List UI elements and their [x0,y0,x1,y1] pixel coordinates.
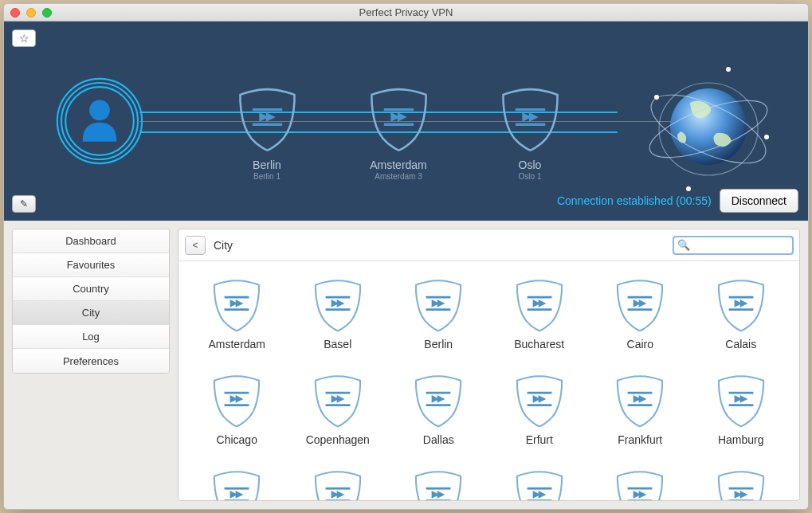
city-calais[interactable]: Calais [694,277,789,366]
city-label: Hamburg [718,433,764,446]
city-grid: AmsterdamBaselBerlinBucharestCairoCalais… [178,261,799,500]
connection-status: Connection established (00:55) [557,194,712,207]
city-label: Dallas [423,433,454,446]
city-label: Calais [725,338,756,350]
svg-point-5 [89,100,110,120]
city-label: Amsterdam [208,338,265,350]
shield-icon [496,85,564,153]
shield-icon [512,277,567,333]
city-label: Erfurt [526,433,553,446]
main-header: < City 🔍 [178,229,799,261]
city-chicago[interactable]: Chicago [190,373,284,462]
hop-3[interactable]: Oslo Oslo 1 [494,85,566,181]
shield-icon [310,373,366,429]
sidebar-item-label: Preferences [63,355,119,367]
disconnect-button[interactable]: Disconnect [720,189,798,213]
sidebar: DashboardFavouritesCountryCityLogPrefere… [12,229,170,374]
city-label: Copenhagen [306,433,370,446]
city-milan[interactable]: Milan [593,468,688,500]
hop-name: Amsterdam [363,159,434,171]
city-label: Chicago [217,433,257,446]
sidebar-item-label: Favourites [67,259,116,271]
city-istanbul[interactable]: Istanbul [190,468,284,500]
svg-point-3 [61,83,138,159]
city-berlin[interactable]: Berlin [391,277,486,366]
hop-2[interactable]: Amsterdam Amsterdam 3 [363,85,434,181]
city-label: Cairo [627,338,653,350]
shield-icon [612,373,668,429]
shield-icon [713,277,769,333]
sidebar-item-preferences[interactable]: Preferences [13,349,169,373]
city-label: Bucharest [514,338,564,350]
globe-icon [641,61,776,197]
city-madrid[interactable]: Madrid [391,468,486,500]
city-copenhagen[interactable]: Copenhagen [291,373,386,462]
city-hamburg[interactable]: Hamburg [694,373,789,462]
sidebar-item-label: Log [82,331,100,343]
city-dallas[interactable]: Dallas [391,373,486,462]
city-label: Berlin [424,338,453,350]
city-frankfurt[interactable]: Frankfurt [593,373,688,462]
shield-icon [713,468,769,500]
hop-server: Berlin 1 [231,172,303,181]
search-icon: 🔍 [677,239,690,251]
shield-icon [612,277,668,333]
svg-point-11 [764,135,769,139]
status-row: Connection established (00:55) Disconnec… [557,189,798,213]
user-icon [52,73,147,169]
svg-point-2 [57,79,142,163]
main-panel: < City 🔍 AmsterdamBaselBerlinBucharestCa… [178,229,800,501]
shield-icon [209,373,265,429]
connection-hero: ☆ ✎ Berlin Berlin 1 [4,22,808,221]
search-input[interactable] [673,237,793,254]
clear-route-button[interactable]: ✎ [12,195,36,213]
svg-point-12 [726,67,731,72]
titlebar: Perfect Privacy VPN [4,4,808,22]
window-title: Perfect Privacy VPN [4,6,808,18]
sidebar-item-city[interactable]: City [13,301,169,325]
sidebar-item-label: City [82,307,100,319]
shield-icon [410,277,466,333]
breadcrumb: City [214,239,233,252]
body: DashboardFavouritesCountryCityLogPrefere… [4,221,808,509]
sidebar-item-country[interactable]: Country [13,277,169,301]
city-label: Frankfurt [618,433,662,446]
city-london[interactable]: London [291,468,386,500]
city-erfurt[interactable]: Erfurt [492,373,587,462]
back-button[interactable]: < [185,236,206,255]
city-label: Basel [324,338,351,350]
shield-icon [713,373,769,429]
shield-icon [233,85,301,153]
svg-point-4 [65,87,134,155]
sidebar-item-label: Country [73,283,109,295]
svg-point-10 [654,95,659,100]
shield-icon [310,277,366,333]
city-amsterdam[interactable]: Amsterdam [190,277,284,366]
search-wrap: 🔍 [673,237,793,254]
city-montreal[interactable]: Montreal [694,468,789,500]
hop-server: Oslo 1 [494,172,566,181]
city-bucharest[interactable]: Bucharest [492,277,587,366]
shield-icon [410,468,466,500]
shield-icon [310,468,366,500]
sidebar-item-label: Dashboard [65,235,116,247]
city-manchester[interactable]: Manchester [492,468,587,500]
shield-icon [512,468,567,500]
city-cairo[interactable]: Cairo [593,277,688,366]
shield-icon [410,373,466,429]
sidebar-item-favourites[interactable]: Favourites [13,253,169,277]
hop-name: Berlin [231,159,303,171]
shield-icon [209,468,265,500]
shield-icon [612,468,668,500]
shield-icon [365,85,433,153]
hop-name: Oslo [494,159,566,171]
hop-1[interactable]: Berlin Berlin 1 [231,85,303,181]
sidebar-item-log[interactable]: Log [13,325,169,349]
city-basel[interactable]: Basel [291,277,386,366]
sidebar-item-dashboard[interactable]: Dashboard [13,229,169,253]
app-window: Perfect Privacy VPN ☆ ✎ Berlin Berlin [3,3,809,510]
shield-icon [209,277,265,333]
hop-server: Amsterdam 3 [363,172,434,181]
route-diagram: Berlin Berlin 1 Amsterdam Amsterdam 3 Os… [44,45,784,205]
favourite-button[interactable]: ☆ [12,29,36,47]
